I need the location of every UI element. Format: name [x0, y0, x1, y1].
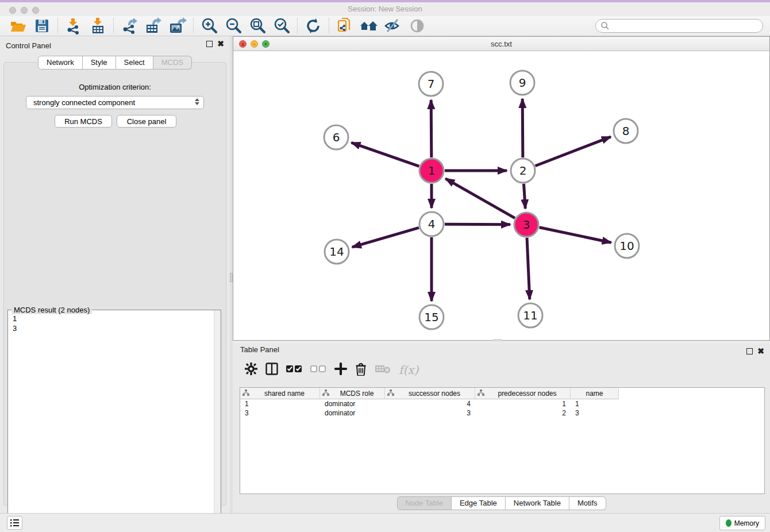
edge-3-10[interactable]	[540, 228, 611, 242]
svg-text:9: 9	[519, 76, 526, 90]
edge-4-14[interactable]	[352, 228, 419, 247]
save-session-button[interactable]	[30, 17, 54, 34]
table-cell[interactable]: 1	[240, 400, 320, 408]
tab-network[interactable]: Network	[38, 56, 83, 70]
toolbar-separator	[57, 18, 58, 33]
float-panel-icon[interactable]	[746, 348, 753, 354]
delete-column-button[interactable]	[355, 363, 367, 378]
tab-edge-table[interactable]: Edge Table	[452, 496, 506, 510]
graph-node-14[interactable]: 14	[325, 240, 349, 264]
table-row[interactable]: 3dominator323	[240, 408, 764, 418]
graph-node-7[interactable]: 7	[419, 72, 443, 96]
table-cell[interactable]: 2	[475, 409, 571, 417]
task-history-button[interactable]	[7, 516, 22, 530]
settings-gear-button[interactable]	[245, 363, 257, 377]
export-network-button[interactable]	[117, 17, 141, 34]
search-input[interactable]	[610, 22, 753, 30]
float-panel-icon[interactable]	[206, 41, 213, 47]
table-cell[interactable]: dominator	[320, 400, 385, 408]
table-row[interactable]: 1dominator411	[240, 399, 764, 408]
edge-4-3[interactable]	[445, 224, 510, 225]
column-header-shared-name[interactable]: shared name	[240, 388, 320, 399]
edge-2-8[interactable]	[535, 137, 610, 166]
column-header-MCDS-role[interactable]: MCDS role	[320, 388, 385, 399]
column-header-predecessor-nodes[interactable]: predecessor nodes	[475, 388, 571, 399]
criterion-select[interactable]: strongly connected component	[26, 96, 204, 109]
edge-3-11[interactable]	[527, 238, 530, 299]
window-resize-handle[interactable]	[493, 339, 502, 341]
network-graph-canvas[interactable]: 1234678910111415	[233, 51, 769, 340]
svg-text:2: 2	[519, 164, 527, 178]
first-neighbors-button[interactable]	[357, 17, 381, 34]
mcds-result-list[interactable]: 1 3	[13, 314, 17, 333]
column-layout-button[interactable]	[265, 363, 278, 377]
table-cell[interactable]: 3	[385, 409, 475, 417]
zoom-selected-button[interactable]	[270, 17, 294, 34]
search-box[interactable]	[595, 19, 763, 33]
delete-table-button[interactable]	[375, 364, 391, 376]
network-minimize-icon[interactable]: -	[251, 40, 258, 48]
export-table-button[interactable]	[141, 17, 165, 34]
column-header-successor-nodes[interactable]: successor nodes	[385, 388, 475, 399]
open-file-button[interactable]	[6, 17, 30, 34]
graph-node-10[interactable]: 10	[615, 234, 639, 258]
edge-2-3[interactable]	[523, 184, 525, 209]
network-close-icon[interactable]: x	[239, 40, 247, 48]
close-panel-button[interactable]: Close panel	[117, 115, 176, 128]
graph-node-1[interactable]: 1	[419, 159, 444, 183]
close-panel-icon[interactable]: ✖	[217, 41, 224, 47]
graph-node-9[interactable]: 9	[510, 71, 534, 95]
refresh-button[interactable]	[301, 17, 325, 34]
network-window-titlebar[interactable]: x - + scc.txt	[233, 37, 769, 51]
result-scrollbar[interactable]	[214, 310, 221, 527]
table-cell[interactable]: 3	[571, 409, 619, 417]
deselect-all-button[interactable]	[310, 365, 326, 375]
table-cell[interactable]: 1	[571, 400, 619, 408]
clone-network-icon	[336, 17, 353, 34]
table-cell[interactable]: 3	[240, 409, 320, 417]
trash-icon	[355, 363, 367, 376]
window-zoom-icon[interactable]	[32, 7, 39, 14]
tab-motifs[interactable]: Motifs	[569, 496, 606, 510]
edge-2-9[interactable]	[522, 99, 523, 157]
graph-node-4[interactable]: 4	[419, 212, 444, 236]
show-hidden-button[interactable]	[405, 17, 429, 34]
zoom-in-button[interactable]	[197, 17, 221, 34]
select-all-button[interactable]	[286, 365, 302, 375]
memory-button[interactable]: Memory	[719, 516, 765, 530]
tab-network-table[interactable]: Network Table	[506, 496, 569, 510]
export-image-icon	[168, 17, 187, 34]
edge-3-1[interactable]	[445, 179, 515, 218]
table-cell[interactable]: 4	[385, 400, 475, 408]
hide-selected-button[interactable]	[381, 17, 405, 34]
zoom-out-button[interactable]	[221, 17, 245, 34]
close-panel-icon[interactable]: ✖	[757, 348, 764, 354]
zoom-fit-button[interactable]	[245, 17, 270, 34]
tab-node-table[interactable]: Node Table	[396, 496, 452, 510]
tab-mcds[interactable]: MCDS	[153, 56, 192, 70]
node-table[interactable]: shared nameMCDS rolesuccessor nodesprede…	[240, 387, 765, 494]
import-table-button[interactable]	[86, 17, 110, 34]
new-network-from-selection-button[interactable]	[333, 17, 357, 34]
graph-node-15[interactable]: 15	[419, 305, 444, 329]
graph-node-11[interactable]: 11	[518, 303, 542, 327]
column-header-name[interactable]: name	[571, 388, 619, 399]
export-image-button[interactable]	[165, 17, 190, 34]
table-cell[interactable]: 1	[475, 400, 571, 408]
run-mcds-button[interactable]: Run MCDS	[55, 115, 112, 128]
tab-style[interactable]: Style	[83, 56, 116, 70]
add-column-button[interactable]	[334, 363, 347, 377]
tab-select[interactable]: Select	[116, 56, 153, 70]
function-builder-button[interactable]: f(x)	[399, 363, 418, 377]
graph-node-3[interactable]: 3	[514, 213, 538, 237]
window-minimize-icon[interactable]	[21, 7, 28, 14]
graph-node-6[interactable]: 6	[324, 125, 348, 149]
graph-node-2[interactable]: 2	[511, 159, 535, 183]
graph-node-8[interactable]: 8	[614, 119, 638, 143]
edge-1-7[interactable]	[431, 100, 432, 157]
table-cell[interactable]: dominator	[320, 409, 385, 417]
edge-1-6[interactable]	[351, 142, 419, 166]
import-network-button[interactable]	[61, 17, 86, 34]
network-maximize-icon[interactable]: +	[262, 40, 270, 48]
window-close-icon[interactable]	[9, 7, 16, 14]
